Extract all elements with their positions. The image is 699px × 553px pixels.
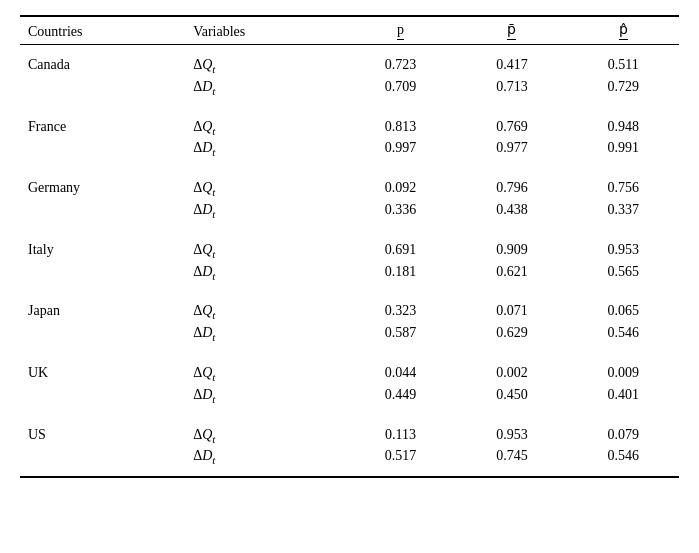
cell-variable: ΔDt	[185, 323, 345, 353]
table-row: UKΔQt0.0440.0020.009	[20, 353, 679, 385]
cell-phat: 0.948	[568, 107, 679, 139]
cell-p: 0.044	[345, 353, 456, 385]
cell-phat: 0.546	[568, 446, 679, 477]
cell-p: 0.517	[345, 446, 456, 477]
cell-phat: 0.729	[568, 77, 679, 107]
table-row: CanadaΔQt0.7230.4170.511	[20, 45, 679, 77]
table-row: ΔDt0.5170.7450.546	[20, 446, 679, 477]
cell-variable: ΔQt	[185, 168, 345, 200]
cell-p: 0.587	[345, 323, 456, 353]
cell-variable: ΔQt	[185, 353, 345, 385]
cell-variable: ΔDt	[185, 385, 345, 415]
cell-p: 0.709	[345, 77, 456, 107]
cell-country	[20, 262, 185, 292]
header-p: p	[345, 16, 456, 45]
cell-p: 0.336	[345, 200, 456, 230]
cell-p: 0.813	[345, 107, 456, 139]
cell-variable: ΔDt	[185, 200, 345, 230]
table-row: FranceΔQt0.8130.7690.948	[20, 107, 679, 139]
table-row: ΔDt0.9970.9770.991	[20, 138, 679, 168]
cell-phat: 0.756	[568, 168, 679, 200]
data-table: Countries Variables p p̄ p̂ CanadaΔQt0.7…	[20, 15, 679, 478]
cell-country	[20, 446, 185, 477]
cell-pbar: 0.417	[456, 45, 567, 77]
table-row: ΔDt0.4490.4500.401	[20, 385, 679, 415]
cell-country: UK	[20, 353, 185, 385]
cell-country	[20, 77, 185, 107]
cell-country: Japan	[20, 291, 185, 323]
table-container: Countries Variables p p̄ p̂ CanadaΔQt0.7…	[20, 10, 679, 478]
table-row: ItalyΔQt0.6910.9090.953	[20, 230, 679, 262]
cell-variable: ΔQt	[185, 107, 345, 139]
cell-p: 0.092	[345, 168, 456, 200]
cell-phat: 0.565	[568, 262, 679, 292]
cell-phat: 0.401	[568, 385, 679, 415]
cell-country	[20, 323, 185, 353]
table-row: ΔDt0.3360.4380.337	[20, 200, 679, 230]
cell-variable: ΔDt	[185, 138, 345, 168]
table-row: ΔDt0.1810.6210.565	[20, 262, 679, 292]
cell-p: 0.113	[345, 415, 456, 447]
cell-pbar: 0.745	[456, 446, 567, 477]
cell-pbar: 0.909	[456, 230, 567, 262]
cell-country: US	[20, 415, 185, 447]
cell-phat: 0.009	[568, 353, 679, 385]
table-row: JapanΔQt0.3230.0710.065	[20, 291, 679, 323]
cell-p: 0.691	[345, 230, 456, 262]
cell-variable: ΔQt	[185, 415, 345, 447]
cell-pbar: 0.769	[456, 107, 567, 139]
cell-phat: 0.337	[568, 200, 679, 230]
header-pbar: p̄	[456, 16, 567, 45]
cell-pbar: 0.438	[456, 200, 567, 230]
cell-country	[20, 385, 185, 415]
cell-pbar: 0.796	[456, 168, 567, 200]
cell-variable: ΔQt	[185, 291, 345, 323]
cell-pbar: 0.450	[456, 385, 567, 415]
cell-variable: ΔQt	[185, 230, 345, 262]
cell-pbar: 0.071	[456, 291, 567, 323]
cell-p: 0.449	[345, 385, 456, 415]
cell-pbar: 0.621	[456, 262, 567, 292]
header-variables: Variables	[185, 16, 345, 45]
cell-p: 0.181	[345, 262, 456, 292]
cell-phat: 0.991	[568, 138, 679, 168]
cell-pbar: 0.713	[456, 77, 567, 107]
cell-variable: ΔDt	[185, 446, 345, 477]
header-countries: Countries	[20, 16, 185, 45]
cell-country: Canada	[20, 45, 185, 77]
cell-phat: 0.511	[568, 45, 679, 77]
cell-phat: 0.065	[568, 291, 679, 323]
cell-pbar: 0.629	[456, 323, 567, 353]
cell-country: France	[20, 107, 185, 139]
cell-p: 0.723	[345, 45, 456, 77]
cell-p: 0.323	[345, 291, 456, 323]
table-row: ΔDt0.5870.6290.546	[20, 323, 679, 353]
cell-country: Germany	[20, 168, 185, 200]
cell-phat: 0.079	[568, 415, 679, 447]
cell-p: 0.997	[345, 138, 456, 168]
cell-pbar: 0.002	[456, 353, 567, 385]
cell-variable: ΔQt	[185, 45, 345, 77]
cell-country	[20, 138, 185, 168]
table-row: USΔQt0.1130.9530.079	[20, 415, 679, 447]
cell-variable: ΔDt	[185, 262, 345, 292]
cell-phat: 0.953	[568, 230, 679, 262]
cell-country: Italy	[20, 230, 185, 262]
cell-pbar: 0.953	[456, 415, 567, 447]
cell-pbar: 0.977	[456, 138, 567, 168]
table-row: ΔDt0.7090.7130.729	[20, 77, 679, 107]
cell-country	[20, 200, 185, 230]
table-row: GermanyΔQt0.0920.7960.756	[20, 168, 679, 200]
header-phat: p̂	[568, 16, 679, 45]
cell-variable: ΔDt	[185, 77, 345, 107]
cell-phat: 0.546	[568, 323, 679, 353]
